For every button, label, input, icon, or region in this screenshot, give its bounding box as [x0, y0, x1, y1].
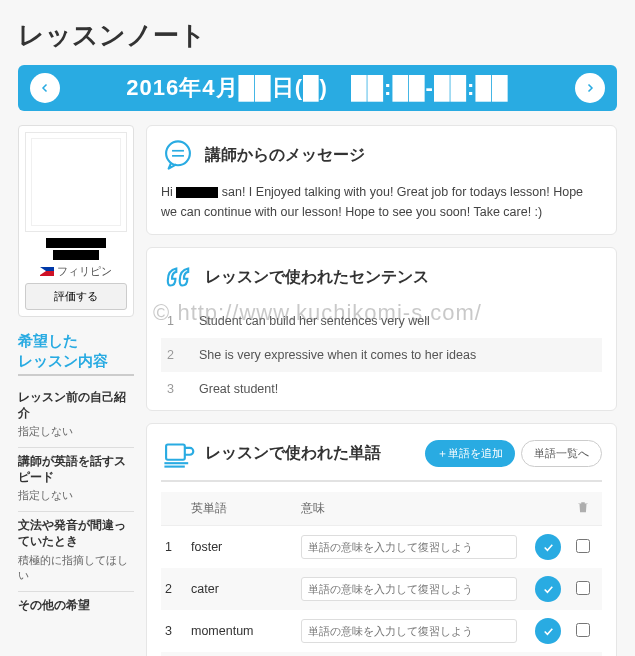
- word-text: momentum: [191, 624, 301, 638]
- message-body: Hi san! I Enjoyed talking with you! Grea…: [161, 182, 602, 222]
- sidebar-item-a: 指定しない: [18, 488, 134, 503]
- chevron-left-icon: [39, 82, 51, 94]
- word-text: foster: [191, 540, 301, 554]
- sentences-card: レッスンで使われたセンテンス 1Student can build her se…: [146, 247, 617, 411]
- word-row: 3 momentum: [161, 610, 602, 652]
- check-button[interactable]: [535, 618, 561, 644]
- word-list-button[interactable]: 単語一覧へ: [521, 440, 602, 467]
- sentence-text: Great student!: [199, 382, 278, 396]
- sentence-row: 3Great student!: [161, 372, 602, 406]
- flag-icon: [40, 267, 54, 276]
- add-word-button[interactable]: ＋単語を追加: [425, 440, 515, 467]
- row-num: 1: [167, 314, 181, 328]
- sidebar-item-q: その他の希望: [18, 598, 134, 614]
- prev-button[interactable]: [30, 73, 60, 103]
- date-nav-bar: 2016年4月██日(█) ██:██-██:██: [18, 65, 617, 111]
- sidebar-item: レッスン前の自己紹介 指定しない: [18, 384, 134, 448]
- meaning-input[interactable]: [301, 619, 517, 643]
- rate-button[interactable]: 評価する: [25, 283, 127, 310]
- country-label: フィリピン: [25, 264, 127, 279]
- word-row: 2 cater: [161, 568, 602, 610]
- check-button[interactable]: [535, 534, 561, 560]
- message-card: 講師からのメッセージ Hi san! I Enjoyed talking wit…: [146, 125, 617, 235]
- avatar: [25, 132, 127, 232]
- select-checkbox[interactable]: [576, 539, 590, 553]
- svg-point-0: [166, 141, 190, 165]
- sentence-text: She is very expressive when it comes to …: [199, 348, 476, 362]
- check-button[interactable]: [535, 576, 561, 602]
- header-word: 英単語: [191, 500, 301, 517]
- meaning-input[interactable]: [301, 535, 517, 559]
- sidebar-item-q: 文法や発音が間違っていたとき: [18, 518, 134, 549]
- name-redacted: [46, 238, 106, 248]
- trash-icon: [568, 500, 598, 517]
- sidebar-heading: 希望した レッスン内容: [18, 331, 134, 376]
- sidebar-item: 文法や発音が間違っていたとき 積極的に指摘してほしい: [18, 512, 134, 591]
- word-row: 4 garner: [161, 652, 602, 656]
- sidebar-item: その他の希望: [18, 592, 134, 625]
- words-title: レッスンで使われた単語: [205, 443, 381, 464]
- page-title: レッスンノート: [18, 18, 617, 53]
- words-card: レッスンで使われた単語 ＋単語を追加 単語一覧へ 英単語 意味 1 foster: [146, 423, 617, 656]
- row-num: 2: [167, 348, 181, 362]
- sentences-title: レッスンで使われたセンテンス: [205, 267, 429, 288]
- select-checkbox[interactable]: [576, 581, 590, 595]
- profile-card: フィリピン 評価する: [18, 125, 134, 317]
- sidebar-item-q: 講師が英語を話すスピード: [18, 454, 134, 485]
- chevron-right-icon: [584, 82, 596, 94]
- date-text: 2016年4月██日(█) ██:██-██:██: [126, 73, 508, 103]
- select-checkbox[interactable]: [576, 623, 590, 637]
- row-num: 3: [165, 624, 191, 638]
- row-num: 1: [165, 540, 191, 554]
- word-row: 1 foster: [161, 526, 602, 568]
- sentence-row: 2She is very expressive when it comes to…: [161, 338, 602, 372]
- row-num: 2: [165, 582, 191, 596]
- word-text: cater: [191, 582, 301, 596]
- cup-icon: [161, 436, 195, 470]
- sidebar-item-a: 積極的に指摘してほしい: [18, 553, 134, 583]
- next-button[interactable]: [575, 73, 605, 103]
- row-num: 3: [167, 382, 181, 396]
- msg-pre: Hi: [161, 185, 176, 199]
- sentence-text: Student can build her sentences very wel…: [199, 314, 430, 328]
- message-title: 講師からのメッセージ: [205, 145, 365, 166]
- meaning-input[interactable]: [301, 577, 517, 601]
- sidebar-item: 講師が英語を話すスピード 指定しない: [18, 448, 134, 512]
- msg-post: san! I Enjoyed talking with you! Great j…: [161, 185, 583, 219]
- sidebar-item-q: レッスン前の自己紹介: [18, 390, 134, 421]
- name-redacted: [53, 250, 99, 260]
- message-icon: [161, 138, 195, 172]
- name-redacted: [176, 187, 218, 198]
- sidebar-item-a: 指定しない: [18, 424, 134, 439]
- svg-rect-3: [166, 445, 185, 460]
- country-text: フィリピン: [57, 264, 112, 279]
- sentence-row: 1Student can build her sentences very we…: [161, 304, 602, 338]
- words-header: 英単語 意味: [161, 492, 602, 526]
- quote-icon: [161, 260, 195, 294]
- header-meaning: 意味: [301, 500, 528, 517]
